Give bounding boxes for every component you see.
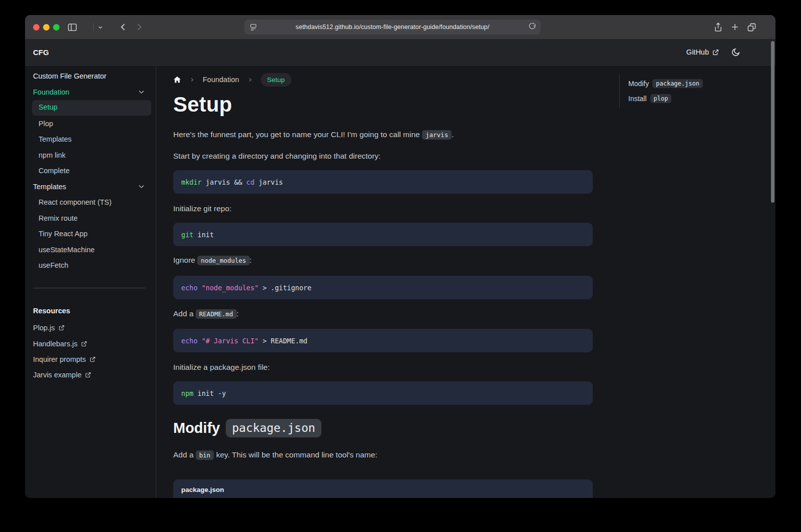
- sidebar-link-jarvis-example[interactable]: Jarvis example: [33, 370, 151, 380]
- inline-code-package-json: package.json: [652, 79, 703, 88]
- sidebar-item-remix-route[interactable]: Remix route: [39, 213, 151, 223]
- text: Ignore: [173, 256, 197, 264]
- url-text[interactable]: sethdavis512.github.io/custom-file-gener…: [244, 20, 541, 35]
- reload-icon[interactable]: [529, 23, 536, 33]
- section-heading-modify-package-json: Modify package.json: [173, 419, 321, 437]
- chevron-down-icon[interactable]: [98, 15, 103, 39]
- code-token: jarvis &&: [202, 178, 246, 186]
- heading-text: Modify: [173, 420, 220, 436]
- tab-overview-icon[interactable]: [747, 23, 756, 32]
- toolbar-right-group: [713, 15, 756, 39]
- sidebar-divider: [33, 288, 145, 288]
- external-link-icon: [85, 372, 91, 378]
- sidebar-toggle-icon[interactable]: [67, 15, 78, 39]
- sidebar-nav: Custom File Generator Foundation Setup P…: [25, 66, 156, 498]
- chevron-right-icon: [247, 77, 253, 83]
- github-link[interactable]: GitHub: [686, 48, 719, 56]
- table-of-contents: Modify package.json Install plop: [619, 75, 759, 108]
- inline-code-bin: bin: [196, 450, 214, 460]
- paragraph-ignore: Ignore node_modules:: [173, 254, 593, 266]
- code-token: > README.md: [258, 337, 307, 345]
- breadcrumb-setup-badge[interactable]: Setup: [261, 73, 291, 87]
- resource-link-label: Inquirer prompts: [33, 354, 86, 364]
- code-block-mkdir: mkdir jarvis && cd jarvis: [173, 170, 593, 194]
- scrollbar-thumb[interactable]: [771, 41, 774, 203]
- sidebar-site-title[interactable]: Custom File Generator: [33, 71, 151, 81]
- code-block-npm-init: npm init -y: [173, 381, 593, 405]
- sidebar-item-label: Setup: [39, 103, 58, 111]
- site-header: CFG GitHub: [25, 39, 775, 66]
- paragraph-readme: Add a README.md:: [173, 308, 593, 320]
- inline-code-node-modules: node_modules: [197, 256, 249, 265]
- main-content: Foundation Setup Setup Here's the funnes…: [157, 66, 775, 498]
- sidebar-item-plop[interactable]: Plop: [39, 119, 151, 129]
- text: Here's the funnest part, you get to name…: [173, 130, 422, 139]
- code-token: npm: [181, 389, 193, 397]
- sidebar-group-label: Templates: [33, 183, 66, 191]
- code-block-git-init: git init: [173, 223, 593, 246]
- external-link-icon: [81, 341, 87, 347]
- page-title: Setup: [173, 93, 232, 117]
- minimize-button[interactable]: [43, 24, 50, 31]
- code-token: cd: [246, 178, 254, 186]
- code-block-readme: echo "# Jarvis CLI" > README.md: [173, 329, 593, 352]
- sidebar-group-label: Foundation: [33, 88, 70, 96]
- sidebar-item-npm-link[interactable]: npm link: [39, 150, 151, 160]
- toc-link-install-plop[interactable]: Install plop: [628, 94, 759, 103]
- code-token: git: [181, 231, 193, 239]
- breadcrumb: Foundation Setup: [173, 73, 474, 87]
- home-icon[interactable]: [173, 76, 181, 84]
- external-link-icon: [90, 356, 96, 362]
- paragraph-git-repo: Initialize git repo:: [173, 203, 593, 214]
- sidebar-item-usestatemachine[interactable]: useStateMachine: [39, 245, 151, 255]
- new-tab-icon[interactable]: [730, 23, 739, 32]
- toc-text: Install: [628, 95, 647, 103]
- sidebar-item-setup-active[interactable]: Setup: [32, 100, 151, 116]
- sidebar-link-plop-js[interactable]: Plop.js: [33, 323, 151, 333]
- text: Add a: [173, 450, 196, 459]
- forward-button[interactable]: [134, 15, 144, 39]
- fullscreen-button[interactable]: [53, 24, 60, 31]
- web-page: CFG GitHub Custom File Generator Foundat…: [25, 39, 775, 498]
- sidebar-resources-heading: Resources: [33, 306, 151, 316]
- paragraph-intro: Here's the funnest part, you get to name…: [173, 129, 593, 141]
- code-token: [198, 284, 202, 292]
- sidebar-group-foundation[interactable]: Foundation: [33, 87, 151, 97]
- address-bar[interactable]: sethdavis512.github.io/custom-file-gener…: [244, 20, 541, 35]
- sidebar-link-inquirer-prompts[interactable]: Inquirer prompts: [33, 354, 151, 364]
- sidebar-item-react-component-ts[interactable]: React component (TS): [39, 197, 151, 207]
- toc-link-modify-package-json[interactable]: Modify package.json: [628, 79, 759, 88]
- close-button[interactable]: [33, 24, 40, 31]
- code-token: [198, 337, 202, 345]
- text: key. This will be the command line tool'…: [214, 450, 377, 459]
- github-link-label: GitHub: [686, 48, 709, 56]
- inline-code-package-json: package.json: [226, 419, 321, 437]
- breadcrumb-foundation[interactable]: Foundation: [203, 76, 239, 84]
- resource-link-label: Plop.js: [33, 323, 55, 333]
- theme-toggle-moon-icon[interactable]: [731, 48, 740, 57]
- sidebar-item-tiny-react-app[interactable]: Tiny React App: [39, 229, 151, 239]
- code-token: "# Jarvis CLI": [202, 337, 259, 345]
- toolbar-divider: [93, 23, 94, 31]
- chevron-down-icon: [138, 183, 145, 193]
- code-block-gitignore: echo "node_modules" > .gitignore: [173, 276, 593, 299]
- code-token: jarvis: [254, 178, 283, 186]
- site-logo[interactable]: CFG: [33, 48, 49, 57]
- sidebar-link-handlebars-js[interactable]: Handlebars.js: [33, 339, 151, 349]
- browser-window: sethdavis512.github.io/custom-file-gener…: [25, 15, 775, 498]
- resource-link-label: Handlebars.js: [33, 339, 78, 349]
- sidebar-item-complete[interactable]: Complete: [39, 166, 151, 176]
- sidebar-item-usefetch[interactable]: useFetch: [39, 260, 151, 270]
- code-token: init: [193, 231, 214, 239]
- back-button[interactable]: [118, 15, 128, 39]
- sidebar-item-templates[interactable]: Templates: [39, 134, 151, 144]
- browser-toolbar: sethdavis512.github.io/custom-file-gener…: [25, 15, 775, 39]
- share-icon[interactable]: [713, 23, 723, 32]
- code-token: echo: [181, 284, 198, 292]
- sidebar-group-templates[interactable]: Templates: [33, 182, 151, 192]
- text: :: [250, 256, 252, 264]
- inline-code-jarvis: jarvis: [422, 130, 452, 140]
- external-link-icon: [59, 325, 65, 331]
- chevron-right-icon: [189, 77, 195, 83]
- code-token: echo: [181, 337, 198, 345]
